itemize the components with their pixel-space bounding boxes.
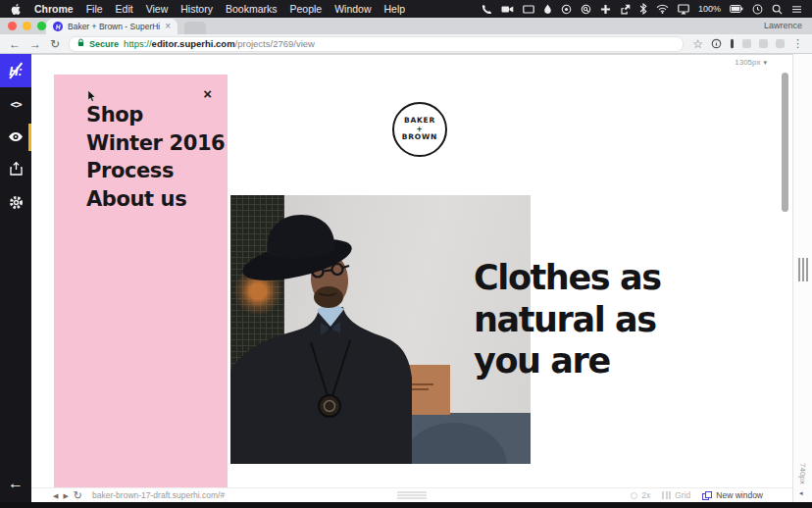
extension-disabled-icon-2[interactable] bbox=[759, 39, 768, 48]
menubar-item-file[interactable]: File bbox=[86, 3, 103, 15]
superhi-favicon: H bbox=[53, 22, 63, 31]
handoff-call-icon[interactable] bbox=[482, 4, 492, 15]
preview-height-drag-handle[interactable] bbox=[397, 492, 427, 499]
extension-disabled-icon-1[interactable] bbox=[742, 39, 751, 48]
headline-line-1: Clothes as bbox=[474, 257, 661, 299]
grid-toggle[interactable]: Grid bbox=[662, 490, 690, 500]
editor-bottom-bar bbox=[0, 502, 812, 508]
menubar-item-people[interactable]: People bbox=[289, 3, 322, 15]
browser-menu-icon[interactable]: ⋮ bbox=[792, 38, 803, 49]
chrome-urlbar: ← → ↻ Secure https://editor.superhi.com/… bbox=[0, 34, 812, 54]
zoom-icon bbox=[631, 492, 637, 499]
browser-reload-button[interactable]: ↻ bbox=[50, 38, 60, 50]
clock-icon[interactable] bbox=[752, 4, 763, 15]
sidebar-item-preview[interactable] bbox=[0, 121, 31, 154]
preview-back-button[interactable]: ◀ bbox=[53, 492, 58, 499]
extension-info-icon[interactable] bbox=[711, 35, 722, 53]
plus-icon[interactable] bbox=[600, 4, 611, 15]
address-bar[interactable]: Secure https://editor.superhi.com/projec… bbox=[69, 36, 684, 52]
triangle-left-icon: ◂ bbox=[799, 489, 803, 496]
window-controls bbox=[8, 22, 46, 30]
preview-forward-button[interactable]: ▶ bbox=[63, 492, 68, 499]
tab-close-icon[interactable]: × bbox=[165, 22, 171, 31]
sidebar-item-share[interactable] bbox=[0, 154, 31, 187]
menubar-item-help[interactable]: Help bbox=[384, 3, 406, 15]
video-call-icon[interactable] bbox=[501, 4, 514, 15]
zoom-window-button[interactable] bbox=[37, 22, 46, 30]
apple-icon[interactable] bbox=[10, 3, 22, 16]
app-circle-icon[interactable] bbox=[581, 4, 591, 15]
airplay-icon[interactable] bbox=[678, 4, 689, 15]
spotlight-search-icon[interactable] bbox=[772, 4, 783, 15]
screen: Chrome File Edit View History Bookmarks … bbox=[0, 0, 812, 508]
browser-back-button[interactable]: ← bbox=[9, 38, 21, 50]
secure-label: Secure bbox=[89, 39, 119, 49]
preview-url: baker-brown-17-draft.superhi.com/# bbox=[92, 490, 225, 500]
display-icon[interactable] bbox=[523, 4, 534, 15]
preview-width-value: 1305px bbox=[735, 58, 760, 67]
site-menu-item-about-us[interactable]: About us bbox=[86, 185, 225, 214]
share-icon[interactable] bbox=[620, 4, 631, 15]
menubar-item-history[interactable]: History bbox=[180, 3, 213, 15]
new-tab-button[interactable] bbox=[184, 22, 206, 34]
new-window-label: New window bbox=[716, 490, 763, 500]
bookmark-star-icon[interactable]: ☆ bbox=[692, 38, 703, 50]
wifi-icon[interactable] bbox=[656, 4, 669, 14]
info-circle-icon[interactable] bbox=[561, 4, 572, 15]
share-upload-icon bbox=[10, 162, 23, 179]
preview-scrollbar-thumb[interactable] bbox=[782, 73, 788, 212]
menubar-item-window[interactable]: Window bbox=[334, 3, 371, 15]
preview-width-drag-handle[interactable] bbox=[798, 258, 808, 281]
url-scheme: https:// bbox=[124, 38, 152, 49]
browser-profile-name[interactable]: Lawrence bbox=[764, 21, 802, 30]
droplet-icon[interactable] bbox=[543, 4, 552, 15]
preview-width-selector[interactable]: 1305px ▾ bbox=[735, 58, 767, 67]
editor-sidebar: H: <> ← bbox=[0, 54, 31, 508]
bluetooth-icon[interactable] bbox=[639, 3, 647, 15]
lock-icon bbox=[77, 38, 84, 49]
site-headline: Clothes as natural as you are bbox=[474, 257, 661, 382]
close-window-button[interactable] bbox=[8, 22, 17, 30]
superhi-logo[interactable]: H: bbox=[0, 54, 31, 87]
menubar-item-edit[interactable]: Edit bbox=[116, 3, 133, 15]
headline-line-3: you are bbox=[474, 340, 661, 382]
site-menu-item-winter-2016[interactable]: Winter 2016 bbox=[86, 129, 225, 158]
menubar-item-chrome[interactable]: Chrome bbox=[34, 3, 74, 15]
zoom-label: 2x bbox=[641, 490, 650, 500]
extension-bar-icon[interactable] bbox=[730, 35, 735, 53]
site-menu-item-process[interactable]: Process bbox=[86, 157, 225, 185]
tab-title: Baker + Brown - SuperHi bbox=[68, 22, 160, 31]
macos-menubar: Chrome File Edit View History Bookmarks … bbox=[0, 0, 812, 18]
sidebar-item-code[interactable]: <> bbox=[0, 87, 31, 121]
site-menu-item-shop[interactable]: Shop bbox=[86, 101, 225, 129]
headline-line-2: natural as bbox=[474, 299, 661, 341]
preview-reload-button[interactable]: ↻ bbox=[74, 490, 82, 501]
preview-pane: 1305px ▾ × Shop Winter 2016 Process Abou… bbox=[31, 54, 792, 502]
sidebar-item-settings[interactable] bbox=[0, 187, 31, 221]
menubar-item-bookmarks[interactable]: Bookmarks bbox=[226, 3, 278, 15]
notification-center-icon[interactable] bbox=[791, 5, 802, 14]
battery-percent: 100% bbox=[698, 4, 721, 14]
code-icon: <> bbox=[10, 98, 21, 111]
preview-right-gutter: 740px ◂ bbox=[792, 54, 812, 502]
browser-tab[interactable]: H Baker + Brown - SuperHi × bbox=[46, 19, 178, 34]
site-menu-close-icon[interactable]: × bbox=[203, 86, 212, 101]
photo-beard bbox=[314, 286, 343, 308]
zoom-control[interactable]: 2x bbox=[631, 490, 650, 500]
minimize-window-button[interactable] bbox=[23, 22, 31, 30]
new-window-button[interactable]: New window bbox=[702, 490, 763, 500]
site-logo-line-3: BROWN bbox=[402, 133, 437, 142]
site-logo-badge: BAKER + BROWN bbox=[392, 102, 447, 157]
site-menu: Shop Winter 2016 Process About us bbox=[86, 101, 225, 213]
menubar-item-view[interactable]: View bbox=[146, 3, 169, 15]
browser-forward-button[interactable]: → bbox=[29, 38, 41, 50]
new-window-icon bbox=[702, 491, 712, 500]
photo-bow-tie bbox=[329, 327, 332, 330]
gear-icon bbox=[9, 195, 24, 214]
photo-pendant bbox=[319, 395, 340, 417]
extension-disabled-icon-3[interactable] bbox=[776, 39, 785, 48]
battery-icon[interactable] bbox=[730, 4, 743, 14]
editor-back-button[interactable]: ← bbox=[0, 475, 31, 492]
chrome-tabstrip: H Baker + Brown - SuperHi × Lawrence bbox=[0, 18, 812, 34]
chevron-down-icon: ▾ bbox=[763, 59, 767, 67]
